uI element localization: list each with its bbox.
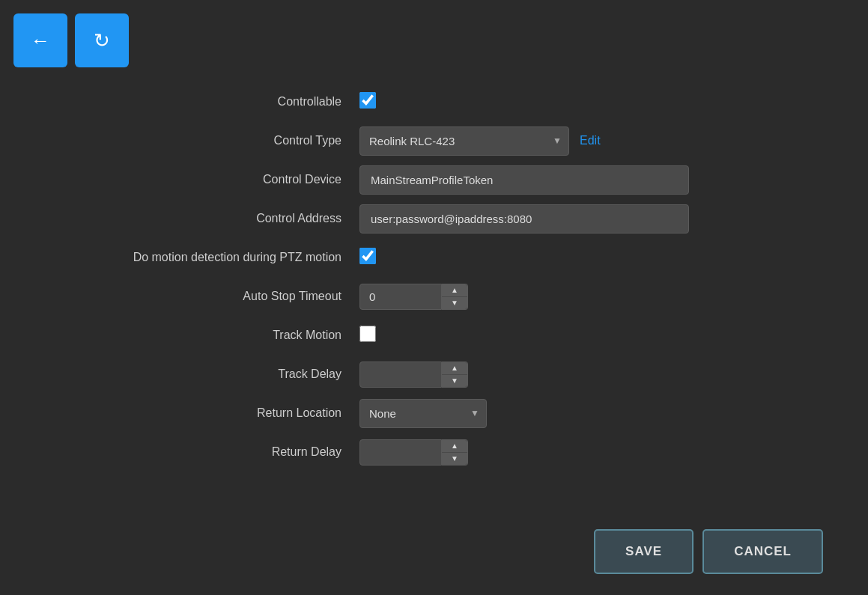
auto-stop-spinner: ▲ ▼: [359, 284, 479, 310]
track-motion-checkbox[interactable]: [359, 326, 376, 342]
track-delay-spinner: ▲ ▼: [359, 361, 479, 388]
controllable-checkbox[interactable]: [359, 92, 376, 109]
auto-stop-input[interactable]: [359, 284, 442, 310]
ptz-motion-row: Do motion detection during PTZ motion: [45, 238, 823, 277]
track-delay-control: ▲ ▼: [359, 361, 719, 388]
track-motion-row: Track Motion: [45, 316, 823, 355]
return-location-select-wrapper: None Preset 1 Preset 2 Home: [359, 399, 487, 428]
return-location-control: None Preset 1 Preset 2 Home: [359, 399, 719, 428]
control-type-label: Control Type: [45, 134, 359, 147]
action-buttons: SAVE CANCEL: [594, 529, 823, 574]
control-device-label: Control Device: [45, 173, 359, 186]
settings-form: Controllable Control Type Reolink RLC-42…: [0, 67, 868, 486]
track-delay-label: Track Delay: [45, 367, 359, 381]
return-delay-spinner: ▲ ▼: [359, 439, 479, 466]
auto-stop-control: ▲ ▼: [359, 284, 719, 310]
track-delay-up-button[interactable]: ▲: [442, 362, 467, 375]
return-delay-control: ▲ ▼: [359, 439, 719, 466]
ptz-motion-checkbox[interactable]: [359, 248, 376, 264]
return-location-select[interactable]: None Preset 1 Preset 2 Home: [359, 399, 487, 428]
auto-stop-row: Auto Stop Timeout ▲ ▼: [45, 277, 823, 316]
control-device-input[interactable]: [359, 165, 689, 195]
save-button[interactable]: SAVE: [594, 529, 694, 574]
track-delay-row: Track Delay ▲ ▼: [45, 355, 823, 394]
back-button[interactable]: ←: [13, 13, 67, 67]
return-location-row: Return Location None Preset 1 Preset 2 H…: [45, 394, 823, 433]
control-device-control: [359, 165, 719, 195]
control-device-row: Control Device: [45, 160, 823, 199]
ptz-motion-label: Do motion detection during PTZ motion: [45, 251, 359, 264]
controllable-control: [359, 92, 719, 112]
ptz-motion-control: [359, 248, 719, 267]
return-delay-row: Return Delay ▲ ▼: [45, 433, 823, 472]
control-type-select[interactable]: Reolink RLC-423 ONVIF Axis Generic: [359, 126, 569, 156]
auto-stop-up-button[interactable]: ▲: [442, 284, 467, 297]
auto-stop-down-button[interactable]: ▼: [442, 297, 467, 309]
return-delay-input[interactable]: [359, 439, 442, 466]
refresh-icon: ↻: [94, 29, 110, 52]
track-motion-label: Track Motion: [45, 329, 359, 342]
controllable-label: Controllable: [45, 95, 359, 109]
return-delay-down-button[interactable]: ▼: [442, 453, 467, 465]
track-delay-down-button[interactable]: ▼: [442, 375, 467, 387]
top-navigation: ← ↻: [13, 13, 129, 67]
control-type-control: Reolink RLC-423 ONVIF Axis Generic Edit: [359, 126, 719, 156]
return-delay-label: Return Delay: [45, 445, 359, 459]
return-delay-spinner-buttons: ▲ ▼: [442, 439, 468, 466]
auto-stop-label: Auto Stop Timeout: [45, 290, 359, 303]
auto-stop-spinner-buttons: ▲ ▼: [442, 284, 468, 310]
cancel-button[interactable]: CANCEL: [702, 529, 823, 574]
refresh-button[interactable]: ↻: [75, 13, 129, 67]
track-motion-control: [359, 326, 719, 345]
control-address-label: Control Address: [45, 212, 359, 225]
back-icon: ←: [31, 29, 50, 52]
track-delay-input[interactable]: [359, 361, 442, 388]
control-address-row: Control Address: [45, 199, 823, 238]
edit-link[interactable]: Edit: [580, 134, 601, 147]
return-delay-up-button[interactable]: ▲: [442, 440, 467, 453]
control-type-row: Control Type Reolink RLC-423 ONVIF Axis …: [45, 121, 823, 160]
control-address-control: [359, 204, 719, 234]
return-location-label: Return Location: [45, 406, 359, 420]
control-type-select-wrapper: Reolink RLC-423 ONVIF Axis Generic: [359, 126, 569, 156]
controllable-row: Controllable: [45, 82, 823, 121]
control-address-input[interactable]: [359, 204, 689, 234]
track-delay-spinner-buttons: ▲ ▼: [442, 361, 468, 388]
